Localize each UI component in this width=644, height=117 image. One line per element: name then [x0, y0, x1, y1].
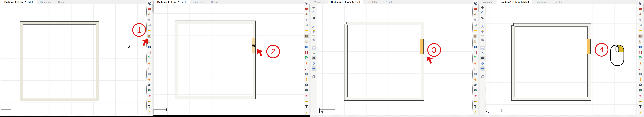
tab-welcome[interactable]: Welcome: [311, 0, 328, 4]
platform-tool-icon[interactable]: [304, 28, 309, 33]
fit-view-icon[interactable]: [480, 24, 485, 28]
left-scrollbar[interactable]: [153, 0, 154, 115]
text-tool-icon[interactable]: [147, 104, 151, 109]
tab-building[interactable]: Building 1 : Floor 1, lvl. 0: [328, 0, 364, 4]
tab-building[interactable]: Building 1 : Floor 1, lvl. 0: [496, 0, 532, 4]
exit-tool-icon[interactable]: [304, 55, 309, 60]
door[interactable]: [587, 39, 591, 54]
exit-tool-icon[interactable]: [147, 55, 151, 60]
roof-tool-icon[interactable]: [638, 12, 642, 17]
wall-tool-icon[interactable]: [304, 7, 309, 11]
window-tool-icon[interactable]: [638, 45, 642, 49]
doorway-tool-icon[interactable]: [638, 39, 642, 44]
stairs-tool-icon[interactable]: [638, 23, 642, 28]
annotate-tool-icon[interactable]: [147, 110, 151, 114]
door-tool-icon[interactable]: [304, 34, 309, 38]
occupant-tool-icon[interactable]: [473, 61, 478, 65]
annotate-tool-icon[interactable]: [473, 110, 478, 114]
opening-tool-icon[interactable]: [304, 50, 309, 55]
fan-tool-icon[interactable]: [304, 82, 309, 87]
door[interactable]: [420, 39, 424, 54]
furniture-toggle-icon[interactable]: [480, 66, 485, 71]
tab-simulation[interactable]: Simulation: [190, 0, 208, 4]
scrollbar-thumb[interactable]: [309, 5, 310, 12]
room-walls[interactable]: [512, 24, 591, 100]
sensor-tool-icon[interactable]: [473, 88, 478, 93]
opening-tool-icon[interactable]: [638, 50, 642, 55]
tab-building[interactable]: Building 1 : Floor 1, lvl. 0: [1, 0, 37, 4]
route-tool-icon[interactable]: [473, 66, 478, 71]
slab-tool-icon[interactable]: [473, 18, 478, 22]
door-tool-icon[interactable]: [638, 34, 642, 38]
orbit-view-icon[interactable]: [312, 11, 316, 15]
tab-simulation[interactable]: Simulation: [37, 0, 55, 4]
axes-toggle-icon[interactable]: [480, 51, 485, 55]
scrollbar-thumb[interactable]: [153, 109, 154, 114]
exit-tool-icon[interactable]: [638, 55, 642, 60]
select-tool-icon[interactable]: [638, 1, 642, 6]
wireframe-view-icon[interactable]: [480, 37, 485, 42]
fan-tool-icon[interactable]: [473, 82, 478, 87]
occupant-tool-icon[interactable]: [638, 61, 642, 65]
meter-tool-icon[interactable]: [473, 99, 478, 103]
slab-tool-icon[interactable]: [304, 18, 309, 22]
scrollbar[interactable]: [309, 0, 310, 117]
alarm-tool-icon[interactable]: [638, 93, 642, 98]
axes-toggle-icon[interactable]: [312, 51, 316, 55]
wall-tool-icon[interactable]: [638, 7, 642, 11]
opening-tool-icon[interactable]: [147, 50, 151, 55]
text-tool-icon[interactable]: [473, 104, 478, 109]
region-tool-icon[interactable]: [473, 72, 478, 76]
platform-tool-icon[interactable]: [473, 28, 478, 33]
alarm-tool-icon[interactable]: [147, 93, 151, 98]
floorplan-canvas[interactable]: [1, 4, 146, 115]
doorway-tool-icon[interactable]: [304, 39, 309, 44]
slideshow-view-icon[interactable]: [312, 75, 316, 79]
sensor-tool-icon[interactable]: [304, 88, 309, 93]
room-walls[interactable]: [175, 21, 255, 99]
tab-simulation[interactable]: Simulation: [364, 0, 382, 4]
select-tool-icon[interactable]: [304, 1, 309, 6]
window-tool-icon[interactable]: [304, 45, 309, 49]
stairs-tool-icon[interactable]: [147, 23, 151, 28]
tab-results[interactable]: Results: [550, 0, 565, 4]
occupant-tool-icon[interactable]: [304, 61, 309, 65]
alarm-tool-icon[interactable]: [473, 93, 478, 98]
meter-tool-icon[interactable]: [147, 99, 151, 103]
fit-view-icon[interactable]: [312, 24, 316, 28]
zoom-view-icon[interactable]: [480, 16, 485, 20]
select-tool-icon[interactable]: [147, 1, 151, 6]
fan-tool-icon[interactable]: [147, 82, 151, 87]
view-3d-icon[interactable]: [480, 29, 485, 34]
room-walls[interactable]: [20, 22, 99, 101]
tab-results[interactable]: Results: [382, 0, 396, 4]
door-tool-icon[interactable]: [473, 34, 478, 38]
scrollbar[interactable]: [478, 0, 479, 117]
opening-tool-icon[interactable]: [473, 50, 478, 55]
scrollbar-thumb[interactable]: [478, 5, 479, 12]
sensor-tool-icon[interactable]: [147, 88, 151, 93]
grid-toggle-icon[interactable]: [312, 46, 316, 50]
scrollbar-thumb[interactable]: [152, 5, 153, 12]
tab-building[interactable]: Building 1 : Floor 1, lvl. 0: [154, 0, 190, 4]
meter-tool-icon[interactable]: [304, 99, 309, 103]
fire-tool-icon[interactable]: [304, 77, 309, 82]
wireframe-view-icon[interactable]: [312, 37, 316, 42]
snapshot-icon[interactable]: [312, 56, 316, 60]
route-tool-icon[interactable]: [638, 66, 642, 71]
furniture-toggle-icon[interactable]: [312, 66, 316, 71]
scrollbar[interactable]: [643, 0, 644, 117]
view-3d-icon[interactable]: [312, 29, 316, 34]
zoom-view-icon[interactable]: [312, 16, 316, 20]
slideshow-view-icon[interactable]: [480, 75, 485, 79]
door-tool-icon[interactable]: [147, 34, 151, 38]
stairs-tool-icon[interactable]: [473, 23, 478, 28]
tab-simulation[interactable]: Simulation: [532, 0, 550, 4]
region-tool-icon[interactable]: [304, 72, 309, 76]
fire-tool-icon[interactable]: [473, 77, 478, 82]
wall-tool-icon[interactable]: [147, 7, 151, 11]
stairs-tool-icon[interactable]: [304, 23, 309, 28]
roof-tool-icon[interactable]: [473, 12, 478, 17]
scrollbar[interactable]: [152, 0, 153, 117]
roof-tool-icon[interactable]: [147, 12, 151, 17]
